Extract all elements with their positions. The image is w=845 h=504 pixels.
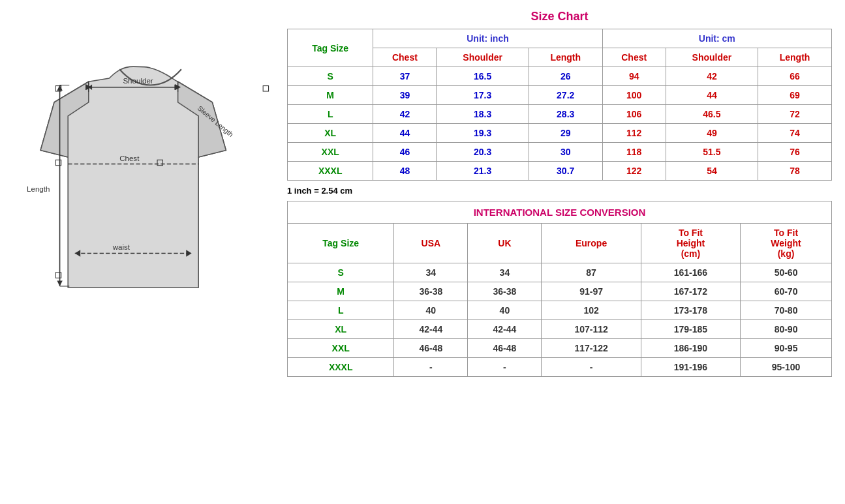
intl-uk-cell: 46-48 [468,339,542,358]
intl-usa-cell: - [394,358,468,377]
inch-chest-cell: 48 [373,162,437,181]
intl-tag-cell: L [288,301,394,320]
intl-weight-cell: 50-60 [741,263,832,282]
conversion-note: 1 inch = 2.54 cm [287,186,832,196]
intl-height-cell: 167-172 [641,282,740,301]
cm-length-cell: 74 [758,124,832,143]
size-chart-table: Tag Size Unit: inch Unit: cm Chest Shoul… [287,29,832,181]
table-row: XL 44 19.3 29 112 49 74 [288,124,832,143]
tshirt-diagram-panel: Shoulder Sleeve Length Chest Length wais… [7,7,281,321]
cm-chest-cell: 112 [602,124,666,143]
cm-chest-cell: 106 [602,105,666,124]
inch-shoulder-cell: 16.5 [437,67,529,86]
intl-height-cell: 179-185 [641,320,740,339]
intl-table-title: INTERNATIONAL SIZE CONVERSION [288,201,832,224]
intl-europe-cell: 107-112 [542,320,641,339]
intl-tag-header: Tag Size [288,224,394,263]
table-row: M 36-38 36-38 91-97 167-172 60-70 [288,282,832,301]
intl-height-cell: 173-178 [641,301,740,320]
inch-length-cell: 27.2 [529,86,602,105]
inch-shoulder-cell: 21.3 [437,162,529,181]
tag-size-cell: S [288,67,373,86]
inch-shoulder-cell: 19.3 [437,124,529,143]
intl-usa-header: USA [394,224,468,263]
inch-length-cell: 30.7 [529,162,602,181]
svg-text:Chest: Chest [119,155,140,162]
tag-size-cell: L [288,105,373,124]
inch-length-cell: 30 [529,143,602,162]
intl-tag-cell: M [288,282,394,301]
intl-usa-cell: 46-48 [394,339,468,358]
intl-europe-cell: 117-122 [542,339,641,358]
intl-weight-cell: 80-90 [741,320,832,339]
intl-usa-cell: 42-44 [394,320,468,339]
intl-uk-header: UK [468,224,542,263]
svg-text:waist: waist [112,243,131,251]
table-row: XXXL 48 21.3 30.7 122 54 78 [288,162,832,181]
intl-usa-cell: 40 [394,301,468,320]
right-panel: Size Chart Tag Size Unit: inch Unit: cm … [281,7,838,380]
cm-shoulder-cell: 42 [666,67,758,86]
svg-rect-19 [55,160,61,165]
inch-length-cell: 29 [529,124,602,143]
cm-length-header: Length [758,48,832,67]
cm-shoulder-cell: 49 [666,124,758,143]
cm-chest-cell: 100 [602,86,666,105]
intl-tag-cell: XXL [288,339,394,358]
intl-weight-cell: 90-95 [741,339,832,358]
intl-weight-cell: 70-80 [741,301,832,320]
intl-uk-cell: 40 [468,301,542,320]
inch-chest-header: Chest [373,48,437,67]
inch-length-header: Length [529,48,602,67]
cm-shoulder-cell: 51.5 [666,143,758,162]
table-row: M 39 17.3 27.2 100 44 69 [288,86,832,105]
intl-tag-cell: XL [288,320,394,339]
inch-length-cell: 26 [529,67,602,86]
inch-unit-header: Unit: inch [373,29,602,48]
intl-europe-cell: 102 [542,301,641,320]
tshirt-diagram: Shoulder Sleeve Length Chest Length wais… [13,13,274,315]
inch-shoulder-cell: 17.3 [437,86,529,105]
size-chart-title: Size Chart [287,10,832,23]
inch-length-cell: 28.3 [529,105,602,124]
svg-text:Shoulder: Shoulder [123,77,153,85]
table-row: L 40 40 102 173-178 70-80 [288,301,832,320]
svg-rect-23 [263,86,268,91]
cm-shoulder-cell: 44 [666,86,758,105]
intl-height-header: To FitHeight(cm) [641,224,740,263]
cm-shoulder-cell: 46.5 [666,105,758,124]
intl-uk-cell: - [468,358,542,377]
tag-size-cell: XL [288,124,373,143]
intl-europe-header: Europe [542,224,641,263]
table-row: S 34 34 87 161-166 50-60 [288,263,832,282]
cm-chest-cell: 118 [602,143,666,162]
cm-unit-header: Unit: cm [602,29,831,48]
inch-chest-cell: 42 [373,105,437,124]
table-row: L 42 18.3 28.3 106 46.5 72 [288,105,832,124]
intl-uk-cell: 42-44 [468,320,542,339]
intl-height-cell: 186-190 [641,339,740,358]
cm-length-cell: 78 [758,162,832,181]
inch-chest-cell: 39 [373,86,437,105]
cm-shoulder-header: Shoulder [666,48,758,67]
intl-weight-header: To FitWeight(kg) [741,224,832,263]
intl-europe-cell: - [542,358,641,377]
cm-chest-cell: 122 [602,162,666,181]
tag-size-cell: XXXL [288,162,373,181]
intl-tag-cell: S [288,263,394,282]
inch-chest-cell: 44 [373,124,437,143]
inch-shoulder-cell: 18.3 [437,105,529,124]
table-row: XXL 46-48 46-48 117-122 186-190 90-95 [288,339,832,358]
intl-usa-cell: 36-38 [394,282,468,301]
table-row: XXXL - - - 191-196 95-100 [288,358,832,377]
inch-shoulder-header: Shoulder [437,48,529,67]
intl-conversion-table: INTERNATIONAL SIZE CONVERSION Tag Size U… [287,201,832,377]
cm-length-cell: 72 [758,105,832,124]
intl-usa-cell: 34 [394,263,468,282]
inch-shoulder-cell: 20.3 [437,143,529,162]
intl-uk-cell: 34 [468,263,542,282]
tag-size-header: Tag Size [288,29,373,67]
tag-size-cell: M [288,86,373,105]
intl-uk-cell: 36-38 [468,282,542,301]
intl-tag-cell: XXXL [288,358,394,377]
